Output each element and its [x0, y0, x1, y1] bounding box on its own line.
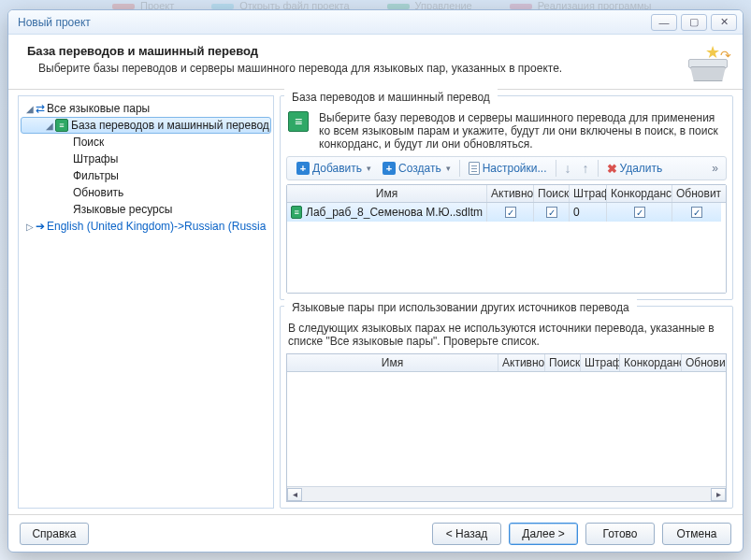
cell-penalty[interactable]: 0	[573, 206, 580, 219]
plus-icon: +	[383, 162, 396, 175]
active-checkbox[interactable]	[505, 207, 516, 218]
concord-checkbox[interactable]	[634, 207, 645, 218]
back-button[interactable]: < Назад	[432, 523, 501, 545]
chevron-down-icon[interactable]: ▾	[446, 164, 451, 173]
group-other-desc: В следующих языковых парах не используют…	[286, 322, 727, 353]
expander-icon[interactable]: ◢	[24, 104, 36, 114]
search-checkbox[interactable]	[546, 207, 557, 218]
arrow-up-icon: ↑	[583, 161, 589, 176]
tm-icon: ≡	[288, 111, 309, 132]
col-penalty[interactable]: Штраф	[570, 185, 607, 202]
col2-concord[interactable]: Конкорданс	[620, 354, 682, 371]
col2-penalty[interactable]: Штраф	[581, 354, 620, 371]
col-search[interactable]: Поиск	[534, 185, 570, 202]
wizard-footer: Справка < Назад Далее > Готово Отмена	[8, 514, 743, 552]
move-down-button[interactable]: ↓	[559, 158, 577, 179]
tree-tm-node[interactable]: ◢ ≡ База переводов и машинный перевод	[21, 117, 271, 134]
cell-name: Лаб_раб_8_Семенова М.Ю..sdltm	[306, 206, 483, 219]
delete-button[interactable]: ✖ Удалить	[601, 158, 669, 179]
group-tm: База переводов и машинный перевод ≡ Выбе…	[280, 95, 733, 300]
tree-lang-res[interactable]: Языковые ресурсы	[21, 201, 271, 218]
tm-icon: ≡	[55, 119, 68, 132]
cancel-button[interactable]: Отмена	[662, 523, 731, 545]
group-other-title: Языковые пары при использовании других и…	[284, 299, 637, 314]
group-tm-title: База переводов и машинный перевод	[284, 89, 498, 104]
plus-icon: +	[296, 162, 310, 175]
toolbar-overflow[interactable]: »	[708, 162, 722, 175]
add-button[interactable]: + Добавить ▾	[291, 158, 377, 179]
page-subtitle: Выберите базы переводов и серверы машинн…	[27, 62, 679, 75]
arrow-right-icon: ➔	[36, 220, 45, 233]
page-title: База переводов и машинный перевод	[27, 44, 679, 58]
minimize-button[interactable]: —	[651, 14, 677, 31]
create-button[interactable]: + Создать ▾	[377, 158, 456, 179]
scroll-right-button[interactable]: ▸	[711, 488, 726, 501]
tree-all-pairs[interactable]: ◢ ⇄ Все языковые пары	[21, 100, 271, 117]
double-arrow-icon: ⇄	[36, 102, 45, 115]
table-row[interactable]: ≡ Лаб_раб_8_Семенова М.Ю..sdltm 0	[287, 203, 726, 222]
tree-search[interactable]: Поиск	[21, 134, 271, 151]
header-icon: ★ ↷	[686, 44, 729, 81]
tree-update[interactable]: Обновить	[21, 184, 271, 201]
titlebar: Новый проект — ▢ ✕	[8, 10, 743, 35]
expander-icon[interactable]: ▷	[24, 222, 36, 232]
group-tm-hint: Выберите базу переводов и серверы машинн…	[319, 111, 725, 151]
empty-grid-body	[287, 372, 726, 486]
col2-search[interactable]: Поиск	[545, 354, 581, 371]
col2-update[interactable]: Обнови	[682, 354, 725, 371]
update-checkbox[interactable]	[691, 207, 702, 218]
finish-button[interactable]: Готово	[585, 523, 655, 545]
tree-lang-pair[interactable]: ▷ ➔ English (United Kingdom)->Russian (R…	[21, 218, 271, 235]
tree-filters[interactable]: Фильтры	[21, 167, 271, 184]
tm-toolbar: + Добавить ▾ + Создать ▾ Настройки..	[286, 156, 727, 180]
horizontal-scrollbar[interactable]: ◂ ▸	[287, 486, 726, 501]
close-icon: ✖	[607, 162, 617, 176]
expander-icon[interactable]: ◢	[44, 121, 55, 131]
tm-file-icon: ≡	[291, 206, 302, 219]
wizard-header: База переводов и машинный перевод Выбери…	[8, 35, 743, 90]
window-title: Новый проект	[18, 16, 651, 29]
settings-doc-icon	[469, 162, 480, 175]
close-button[interactable]: ✕	[711, 14, 737, 31]
nav-tree[interactable]: ◢ ⇄ Все языковые пары ◢ ≡ База переводов…	[18, 95, 274, 509]
chevron-down-icon[interactable]: ▾	[367, 164, 371, 173]
scroll-left-button[interactable]: ◂	[287, 488, 302, 501]
col2-active[interactable]: Активно	[498, 354, 545, 371]
move-up-button[interactable]: ↑	[577, 158, 595, 179]
help-button[interactable]: Справка	[20, 523, 89, 545]
next-button[interactable]: Далее >	[509, 523, 578, 545]
col2-name[interactable]: Имя	[287, 354, 498, 371]
col-update[interactable]: Обновить	[672, 185, 721, 202]
group-other-sources: Языковые пары при использовании других и…	[280, 306, 733, 509]
tree-penalty[interactable]: Штрафы	[21, 151, 271, 167]
settings-button[interactable]: Настройки...	[463, 158, 553, 179]
tm-grid[interactable]: Имя Активно Поиск Штраф Конкорданс Обнов…	[286, 184, 727, 294]
col-concord[interactable]: Конкорданс	[607, 185, 672, 202]
col-active[interactable]: Активно	[487, 185, 534, 202]
arrow-down-icon: ↓	[565, 161, 571, 176]
maximize-button[interactable]: ▢	[681, 14, 707, 31]
wizard-window: Новый проект — ▢ ✕ База переводов и маши…	[7, 9, 744, 553]
col-name[interactable]: Имя	[287, 185, 487, 202]
